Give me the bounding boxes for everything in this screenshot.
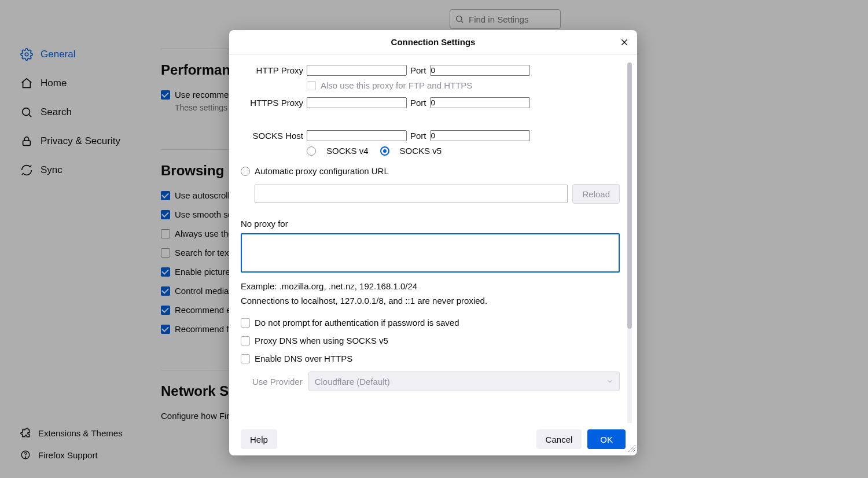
- close-icon: [620, 38, 629, 47]
- checkbox-icon: [241, 354, 250, 363]
- connection-settings-dialog: Connection Settings HTTP Proxy Port Also…: [229, 30, 637, 455]
- dialog-footer: Help Cancel OK: [229, 423, 637, 455]
- dialog-title: Connection Settings: [391, 37, 476, 47]
- resize-grip[interactable]: [628, 444, 636, 454]
- no-proxy-label: No proxy for: [241, 219, 620, 229]
- http-proxy-row: HTTP Proxy Port: [241, 65, 620, 76]
- provider-select[interactable]: Cloudflare (Default): [308, 372, 620, 391]
- socks-host-input[interactable]: [307, 130, 407, 141]
- https-proxy-label: HTTPS Proxy: [241, 98, 303, 108]
- scrollbar-thumb[interactable]: [627, 62, 632, 329]
- no-proxy-example: Example: .mozilla.org, .net.nz, 192.168.…: [241, 280, 620, 293]
- help-button[interactable]: Help: [241, 429, 277, 449]
- no-proxy-textarea[interactable]: [241, 233, 620, 273]
- cancel-button[interactable]: Cancel: [536, 429, 582, 449]
- socks-v5-radio[interactable]: [380, 146, 389, 156]
- use-provider-label: Use Provider: [252, 377, 303, 387]
- port-label: Port: [410, 98, 426, 108]
- http-proxy-input[interactable]: [307, 65, 407, 76]
- socks-version-group: SOCKS v4 SOCKS v5: [307, 146, 620, 156]
- socks-host-row: SOCKS Host Port: [241, 130, 620, 141]
- socks-v4-label: SOCKS v4: [326, 146, 369, 156]
- socks-port-input[interactable]: [430, 130, 530, 141]
- ok-button[interactable]: OK: [587, 429, 626, 449]
- pac-url-input[interactable]: [255, 185, 568, 203]
- dialog-header: Connection Settings: [229, 30, 637, 54]
- provider-row: Use Provider Cloudflare (Default): [241, 372, 620, 391]
- auto-pac-radio[interactable]: [241, 167, 250, 176]
- port-label: Port: [410, 65, 426, 75]
- enable-doh-row[interactable]: Enable DNS over HTTPS: [241, 354, 620, 363]
- https-proxy-input[interactable]: [307, 97, 407, 108]
- checkbox-icon: [307, 81, 316, 90]
- provider-value: Cloudflare (Default): [315, 377, 390, 387]
- dialog-body: HTTP Proxy Port Also use this proxy for …: [229, 54, 637, 423]
- localhost-note: Connections to localhost, 127.0.0.1/8, a…: [241, 295, 620, 308]
- proxy-dns-row[interactable]: Proxy DNS when using SOCKS v5: [241, 336, 620, 345]
- auto-pac-label: Automatic proxy configuration URL: [255, 166, 389, 176]
- socks-host-label: SOCKS Host: [241, 131, 303, 141]
- port-label: Port: [410, 131, 426, 141]
- https-port-input[interactable]: [430, 97, 530, 108]
- close-button[interactable]: [617, 35, 631, 49]
- pac-url-row: Reload: [241, 184, 620, 204]
- socks-v5-label: SOCKS v5: [400, 146, 442, 156]
- https-proxy-row: HTTPS Proxy Port: [241, 97, 620, 108]
- http-port-input[interactable]: [430, 65, 530, 76]
- reload-button[interactable]: Reload: [572, 184, 620, 204]
- socks-v4-radio[interactable]: [307, 146, 316, 156]
- checkbox-icon: [241, 336, 250, 345]
- no-prompt-row[interactable]: Do not prompt for authentication if pass…: [241, 318, 620, 328]
- chevron-down-icon: [606, 378, 613, 385]
- also-use-label: Also use this proxy for FTP and HTTPS: [321, 80, 472, 90]
- auto-pac-row[interactable]: Automatic proxy configuration URL: [241, 166, 620, 176]
- also-use-row[interactable]: Also use this proxy for FTP and HTTPS: [307, 80, 620, 90]
- http-proxy-label: HTTP Proxy: [241, 65, 303, 75]
- checkbox-icon: [241, 318, 250, 328]
- scrollbar[interactable]: [626, 62, 634, 423]
